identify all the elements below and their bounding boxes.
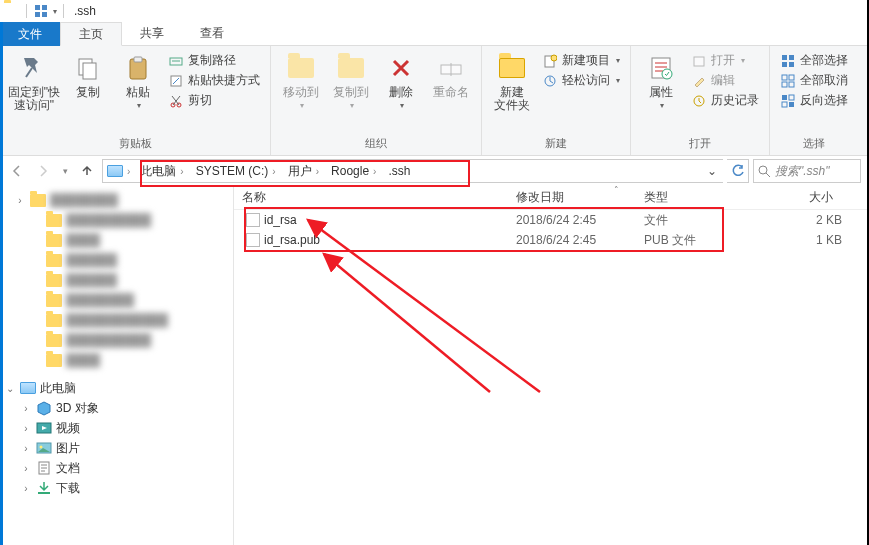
copy-path-button[interactable]: 复制路径 [168, 52, 260, 69]
tree-item[interactable]: ██████████ [30, 210, 233, 230]
documents-icon [36, 460, 52, 476]
chevron-down-icon: ▾ [137, 101, 141, 110]
svg-rect-27 [782, 82, 787, 87]
paste-button[interactable]: 粘贴 ▾ [114, 50, 162, 110]
history-button[interactable]: 历史记录 [691, 92, 759, 109]
address-row: ▾ › 此电脑› SYSTEM (C:)› 用户› Roogle› .ssh ⌄… [0, 156, 867, 186]
move-to-button[interactable]: 移动到▾ [277, 50, 325, 110]
crumb-2[interactable]: 用户› [282, 160, 325, 182]
cut-icon [168, 93, 184, 109]
tree-documents[interactable]: ›文档 [20, 458, 233, 478]
easy-access-button[interactable]: 轻松访问▾ [542, 72, 620, 89]
tab-view[interactable]: 查看 [182, 22, 242, 46]
file-row[interactable]: id_rsa 2018/6/24 2:45 文件 2 KB [234, 210, 867, 230]
tree-item[interactable]: ████████ [30, 290, 233, 310]
back-button[interactable] [6, 160, 28, 182]
tree-3d-objects[interactable]: ›3D 对象 [20, 398, 233, 418]
svg-rect-1 [42, 5, 47, 10]
tab-home[interactable]: 主页 [60, 22, 122, 46]
new-folder-icon [496, 52, 528, 84]
svg-rect-6 [83, 63, 96, 79]
address-dropdown-icon[interactable]: ⌄ [703, 164, 721, 178]
quick-access-icon[interactable] [33, 3, 49, 19]
delete-button[interactable]: 删除▾ [377, 50, 425, 110]
refresh-button[interactable] [727, 159, 749, 183]
crumb-3[interactable]: Roogle› [325, 160, 382, 182]
open-icon [691, 53, 707, 69]
file-list[interactable]: ˄ 名称 修改日期 类型 大小 id_rsa 2018/6/24 2:45 文件… [234, 186, 867, 545]
file-row[interactable]: id_rsa.pub 2018/6/24 2:45 PUB 文件 1 KB [234, 230, 867, 250]
tab-share[interactable]: 共享 [122, 22, 182, 46]
crumb-1[interactable]: SYSTEM (C:)› [190, 160, 282, 182]
select-none-button[interactable]: 全部取消 [780, 72, 848, 89]
up-button[interactable] [76, 160, 98, 182]
tree-pictures[interactable]: ›图片 [20, 438, 233, 458]
svg-rect-0 [35, 5, 40, 10]
group-label-new: 新建 [482, 134, 630, 155]
tree-item[interactable]: ██████████ [30, 330, 233, 350]
group-label-clipboard: 剪贴板 [0, 134, 270, 155]
tab-file[interactable]: 文件 [0, 22, 60, 46]
tree-videos[interactable]: ›视频 [20, 418, 233, 438]
svg-rect-22 [789, 55, 794, 60]
title-bar: ▾ .ssh [0, 0, 867, 22]
copy-to-icon [335, 52, 367, 84]
rename-button[interactable]: 重命名 [427, 50, 475, 99]
select-all-icon [780, 53, 796, 69]
search-input[interactable]: 搜索".ssh" [753, 159, 861, 183]
column-type[interactable]: 类型 [636, 186, 762, 209]
new-item-button[interactable]: 新建项目▾ [542, 52, 620, 69]
tree-item[interactable]: ██████ [30, 250, 233, 270]
properties-button[interactable]: 属性▾ [637, 50, 685, 110]
recent-dropdown[interactable]: ▾ [58, 160, 72, 182]
pin-to-quick-access-button[interactable]: 固定到"快 速访问" [6, 50, 62, 112]
new-folder-button[interactable]: 新建 文件夹 [488, 50, 536, 112]
move-to-icon [285, 52, 317, 84]
tree-downloads[interactable]: ›下载 [20, 478, 233, 498]
paste-shortcut-icon [168, 73, 184, 89]
copy-button[interactable]: 复制 [64, 50, 112, 99]
group-new: 新建 文件夹 新建项目▾ 轻松访问▾ 新建 [482, 46, 631, 155]
svg-rect-2 [35, 12, 40, 17]
svg-rect-31 [782, 102, 787, 107]
group-label-organize: 组织 [271, 134, 481, 155]
column-name[interactable]: 名称 [234, 186, 508, 209]
crumb-root[interactable]: › [103, 160, 134, 182]
tree-item[interactable]: ████ [30, 230, 233, 250]
tree-item[interactable]: ████████████ [30, 310, 233, 330]
svg-rect-19 [694, 57, 704, 66]
tree-item[interactable]: ›████████ [14, 190, 233, 210]
tree-item[interactable]: ██████ [30, 270, 233, 290]
address-bar[interactable]: › 此电脑› SYSTEM (C:)› 用户› Roogle› .ssh ⌄ [102, 159, 723, 183]
crumb-4[interactable]: .ssh [382, 160, 416, 182]
svg-rect-3 [42, 12, 47, 17]
paste-shortcut-button[interactable]: 粘贴快捷方式 [168, 72, 260, 89]
select-none-icon [780, 73, 796, 89]
cut-button[interactable]: 剪切 [168, 92, 260, 109]
videos-icon [36, 420, 52, 436]
downloads-icon [36, 480, 52, 496]
open-button[interactable]: 打开▾ [691, 52, 759, 69]
select-all-button[interactable]: 全部选择 [780, 52, 848, 69]
list-header: 名称 修改日期 类型 大小 [234, 186, 867, 210]
svg-rect-28 [789, 82, 794, 87]
new-item-icon [542, 53, 558, 69]
edit-button[interactable]: 编辑 [691, 72, 759, 89]
forward-button[interactable] [32, 160, 54, 182]
file-icon [246, 233, 260, 247]
group-select: 全部选择 全部取消 反向选择 选择 [770, 46, 858, 155]
crumb-0[interactable]: 此电脑› [134, 160, 189, 182]
pc-icon [107, 165, 123, 177]
svg-rect-21 [782, 55, 787, 60]
copy-to-button[interactable]: 复制到▾ [327, 50, 375, 110]
navigation-pane[interactable]: ›████████ ██████████ ████ ██████ ██████ … [0, 186, 234, 545]
column-size[interactable]: 大小 [762, 186, 842, 209]
group-organize: 移动到▾ 复制到▾ 删除▾ 重命名 组织 [271, 46, 482, 155]
quick-access-dropdown-icon[interactable]: ▾ [53, 7, 57, 16]
tree-this-pc[interactable]: ⌄此电脑 [4, 378, 233, 398]
tree-item[interactable]: ████ [30, 350, 233, 370]
invert-selection-button[interactable]: 反向选择 [780, 92, 848, 109]
svg-rect-39 [38, 492, 50, 494]
svg-rect-23 [782, 62, 787, 67]
history-icon [691, 93, 707, 109]
